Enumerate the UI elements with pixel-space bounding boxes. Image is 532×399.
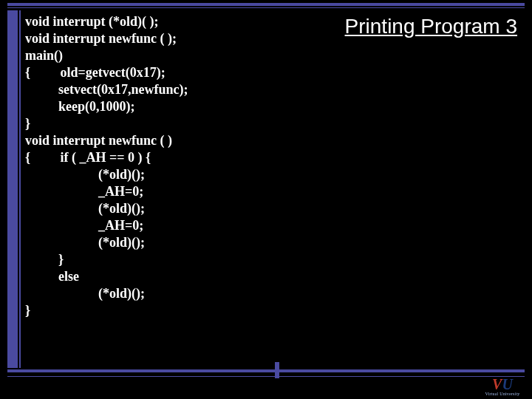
logo-initials: VU [492, 378, 513, 391]
vu-logo: VU Virtual University [482, 374, 523, 396]
slide: void interrupt (*old)( ); void interrupt… [0, 0, 532, 399]
bottom-center-mark [275, 362, 279, 378]
top-rule-thin [7, 7, 525, 8]
logo-letter-v: V [492, 376, 502, 392]
content-area: void interrupt (*old)( ); void interrupt… [25, 13, 517, 364]
bottom-rule-thin [7, 376, 525, 377]
logo-subtitle: Virtual University [485, 392, 519, 396]
top-rule-thick [7, 3, 525, 6]
left-bar-thick [7, 10, 18, 368]
logo-letter-u: U [502, 376, 512, 392]
code-block: void interrupt (*old)( ); void interrupt… [25, 13, 338, 364]
slide-title: Printing Program 3 [338, 13, 517, 364]
bottom-rule-thick [7, 369, 525, 372]
left-bar-thin [19, 10, 21, 368]
